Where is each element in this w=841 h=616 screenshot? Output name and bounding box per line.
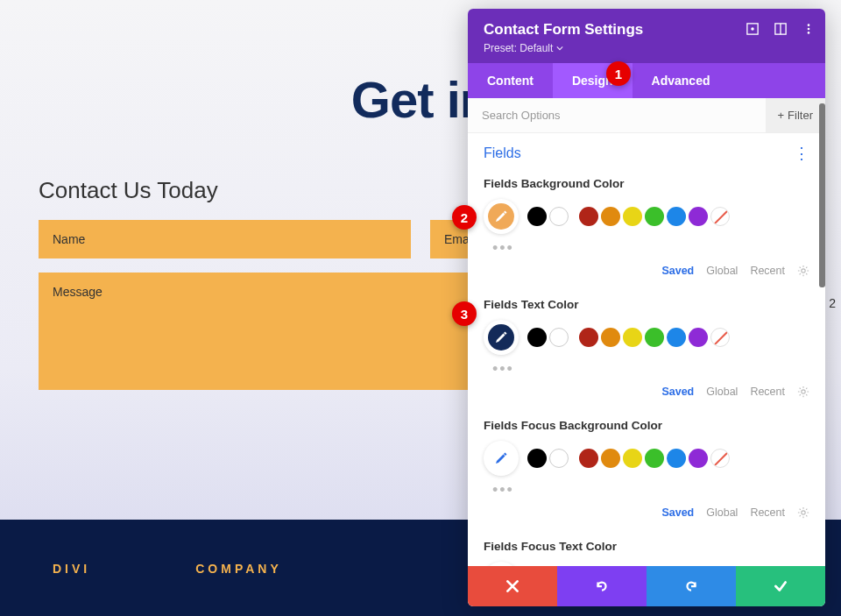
palette-tab-recent[interactable]: Recent (750, 265, 785, 277)
search-row: + Filter (468, 98, 825, 133)
settings-panel: Contact Form Settings Preset: Default Co… (468, 9, 825, 606)
footer-col-company: COMPANY (195, 562, 282, 616)
swatch-row (484, 199, 809, 234)
palette-tab-saved[interactable]: Saved (661, 386, 694, 398)
more-dots-icon[interactable]: ••• (492, 481, 809, 499)
color-swatch[interactable] (601, 207, 620, 226)
gear-icon[interactable] (797, 386, 809, 398)
close-icon (505, 578, 520, 594)
color-option-block: Fields Focus Text Color ••• Saved Global… (484, 540, 809, 566)
palette-tabs: Saved Global Recent (484, 265, 809, 277)
section-fields-title[interactable]: Fields (484, 145, 521, 161)
redo-button[interactable] (647, 566, 736, 606)
more-dots-icon[interactable]: ••• (492, 239, 809, 258)
palette-tab-saved[interactable]: Saved (661, 506, 694, 519)
section-menu-icon[interactable]: ⋮ (794, 145, 809, 161)
color-swatch[interactable] (527, 449, 547, 468)
footer-col-divi: DIVI (53, 562, 90, 616)
menu-icon[interactable] (802, 23, 815, 35)
chevron-down-icon (556, 45, 563, 52)
preset-label: Preset: Default (484, 42, 553, 54)
svg-point-9 (802, 511, 805, 514)
color-swatch[interactable] (601, 449, 620, 468)
color-swatch[interactable] (623, 449, 642, 468)
swatch-row (484, 441, 809, 476)
eyedropper-icon (494, 209, 508, 223)
palette-tab-global[interactable]: Global (706, 506, 738, 519)
plus-icon: + (778, 109, 785, 122)
color-swatch[interactable] (623, 207, 642, 226)
more-dots-icon[interactable]: ••• (492, 360, 809, 379)
palette-tab-global[interactable]: Global (706, 265, 738, 277)
columns-icon[interactable] (774, 23, 787, 35)
option-label: Fields Focus Text Color (484, 540, 809, 553)
color-swatch-none[interactable] (710, 328, 730, 347)
palette-tab-global[interactable]: Global (706, 386, 738, 398)
cancel-button[interactable] (468, 566, 557, 606)
eyedropper-icon (494, 451, 508, 465)
color-option-block: Fields Focus Background Color ••• Saved … (484, 419, 809, 519)
color-swatch[interactable] (667, 328, 686, 347)
color-swatch[interactable] (579, 328, 598, 347)
tab-content[interactable]: Content (468, 63, 553, 98)
svg-point-5 (808, 28, 810, 31)
color-swatch-none[interactable] (710, 207, 730, 226)
color-swatch-white[interactable] (549, 207, 569, 226)
palette-tab-saved[interactable]: Saved (661, 265, 694, 277)
color-swatch[interactable] (645, 207, 664, 226)
color-swatch-white[interactable] (549, 449, 569, 468)
color-picker-button[interactable] (484, 441, 519, 476)
palette-tabs: Saved Global Recent (484, 506, 809, 519)
color-swatch[interactable] (689, 449, 708, 468)
swatch-row (484, 562, 809, 566)
color-swatch[interactable] (689, 207, 708, 226)
badge-3: 3 (452, 301, 477, 326)
option-label: Fields Focus Background Color (484, 419, 809, 432)
peek-text: 2 (829, 296, 836, 310)
panel-footer (468, 566, 825, 606)
badge-2: 2 (452, 205, 477, 230)
color-swatch[interactable] (667, 207, 686, 226)
badge-1: 1 (606, 61, 631, 86)
swatch-row (484, 320, 809, 355)
redo-icon (683, 578, 699, 594)
color-picker-button[interactable] (484, 562, 519, 566)
color-swatch[interactable] (645, 328, 664, 347)
color-swatch[interactable] (579, 449, 598, 468)
color-swatch[interactable] (579, 207, 598, 226)
panel-preset[interactable]: Preset: Default (484, 42, 809, 54)
scrollbar[interactable] (819, 103, 825, 287)
gear-icon[interactable] (797, 506, 809, 519)
option-label: Fields Background Color (484, 177, 809, 190)
color-swatch[interactable] (527, 207, 547, 226)
svg-point-1 (751, 27, 754, 31)
color-swatch[interactable] (645, 449, 664, 468)
color-swatch[interactable] (601, 328, 620, 347)
color-swatch[interactable] (527, 328, 547, 347)
color-swatch[interactable] (623, 328, 642, 347)
name-input[interactable] (39, 220, 411, 258)
palette-tab-recent[interactable]: Recent (750, 386, 785, 398)
tab-advanced[interactable]: Advanced (633, 63, 730, 98)
svg-point-7 (802, 269, 805, 273)
color-option-block: Fields Background Color ••• Saved Global… (484, 177, 809, 277)
color-picker-button[interactable] (484, 199, 519, 234)
gear-icon[interactable] (797, 265, 809, 277)
color-swatch[interactable] (667, 449, 686, 468)
filter-button[interactable]: + Filter (766, 98, 825, 132)
color-swatch-none[interactable] (710, 449, 730, 468)
undo-icon (594, 578, 610, 594)
undo-button[interactable] (557, 566, 647, 606)
panel-tabs: Content Design Advanced (468, 63, 825, 98)
check-icon (773, 578, 788, 594)
focus-icon[interactable] (746, 23, 759, 35)
color-picker-button[interactable] (484, 320, 519, 355)
palette-tab-recent[interactable]: Recent (750, 506, 785, 519)
color-swatch-white[interactable] (549, 328, 569, 347)
search-input[interactable] (482, 98, 766, 132)
confirm-button[interactable] (736, 566, 825, 606)
palette-tabs: Saved Global Recent (484, 386, 809, 398)
panel-body: Fields ⋮ Fields Background Color ••• Sav… (468, 133, 825, 566)
eyedropper-icon (494, 330, 508, 344)
color-swatch[interactable] (689, 328, 708, 347)
